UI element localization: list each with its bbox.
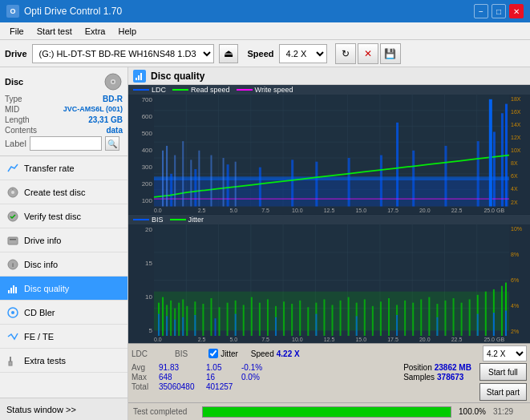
svg-rect-139 bbox=[436, 317, 438, 336]
sidebar-item-extra-tests[interactable]: Extra tests bbox=[0, 349, 127, 373]
svg-rect-126 bbox=[501, 285, 503, 336]
close-button[interactable]: ✕ bbox=[509, 4, 524, 18]
disc-label-button[interactable]: 🔍 bbox=[105, 136, 119, 151]
type-value: BD-R bbox=[103, 95, 123, 103]
length-label: Length bbox=[5, 115, 30, 124]
y-top-300: 300 bbox=[142, 164, 152, 171]
disc-quality-title: Disc quality bbox=[151, 71, 204, 82]
svg-rect-116 bbox=[420, 299, 422, 336]
bottom-chart-svg bbox=[154, 224, 509, 337]
drive-selector[interactable]: (G:) HL-DT-ST BD-RE WH16NS48 1.D3 bbox=[32, 44, 214, 63]
position-value: 23862 MB bbox=[435, 363, 471, 372]
svg-rect-13 bbox=[13, 285, 14, 293]
top-chart-legend: LDC Read speed Write speed bbox=[128, 85, 530, 95]
disc-label-input[interactable] bbox=[30, 136, 102, 151]
jitter-checkbox[interactable] bbox=[208, 349, 218, 358]
y-right-14x: 14X bbox=[511, 122, 520, 127]
mid-value: JVC-AMS6L (001) bbox=[63, 105, 123, 114]
y-top-400: 400 bbox=[142, 147, 152, 154]
minimize-button[interactable]: − bbox=[474, 4, 488, 18]
sidebar-item-fe-te[interactable]: FE / TE bbox=[0, 325, 127, 349]
speed-label: Speed bbox=[248, 49, 274, 59]
svg-rect-87 bbox=[186, 305, 188, 336]
y-top-500: 500 bbox=[142, 130, 152, 137]
progress-bar-fill bbox=[203, 407, 451, 417]
svg-rect-106 bbox=[340, 300, 342, 336]
svg-rect-50 bbox=[477, 141, 479, 206]
eject-button[interactable]: ⏏ bbox=[219, 44, 238, 63]
progress-time: 31:29 bbox=[493, 407, 525, 416]
samples-label: Samples bbox=[403, 373, 435, 382]
svg-rect-7 bbox=[8, 237, 18, 244]
transfer-rate-label: Transfer rate bbox=[24, 164, 75, 173]
svg-rect-56 bbox=[166, 146, 168, 207]
svg-rect-107 bbox=[348, 297, 350, 336]
maximize-button[interactable]: □ bbox=[492, 4, 506, 18]
svg-rect-109 bbox=[364, 299, 366, 336]
max-ldc: 648 bbox=[159, 373, 203, 382]
svg-rect-54 bbox=[154, 176, 509, 180]
app-title: Opti Drive Control 1.70 bbox=[24, 6, 122, 17]
cd-bler-label: CD Bler bbox=[24, 308, 55, 317]
sidebar-item-disc-info[interactable]: i Disc info bbox=[0, 252, 127, 277]
create-test-disc-label: Create test disc bbox=[24, 188, 85, 197]
total-bis: 401257 bbox=[206, 382, 238, 391]
svg-rect-110 bbox=[372, 305, 374, 336]
speed-combo-selector[interactable]: 4.2 X bbox=[483, 345, 527, 361]
menu-extra[interactable]: Extra bbox=[79, 25, 112, 38]
drive-info-icon bbox=[6, 234, 19, 247]
sidebar-item-cd-bler[interactable]: CD Bler bbox=[0, 301, 127, 325]
svg-rect-129 bbox=[166, 316, 168, 336]
svg-rect-120 bbox=[453, 298, 455, 336]
svg-rect-83 bbox=[170, 300, 172, 336]
right-content: Disc quality LDC Read speed bbox=[128, 67, 530, 420]
sidebar-item-create-test-disc[interactable]: + Create test disc bbox=[0, 180, 127, 204]
svg-rect-124 bbox=[485, 291, 487, 336]
jitter-col-header: Jitter bbox=[220, 349, 238, 358]
sidebar-item-transfer-rate[interactable]: Transfer rate bbox=[0, 156, 127, 180]
sidebar-item-drive-info[interactable]: Drive info bbox=[0, 228, 127, 252]
contents-value: data bbox=[106, 126, 123, 135]
svg-rect-102 bbox=[307, 307, 309, 336]
start-part-button[interactable]: Start part bbox=[479, 383, 527, 401]
status-text: Test completed bbox=[133, 407, 197, 416]
svg-rect-140 bbox=[477, 313, 479, 336]
progress-bar-container bbox=[202, 406, 451, 418]
disc-label-label: Label bbox=[5, 139, 26, 148]
svg-rect-52 bbox=[501, 113, 504, 206]
speed-selector[interactable]: 4.2 X bbox=[279, 44, 327, 63]
svg-rect-64 bbox=[489, 99, 492, 207]
ldc-legend: LDC bbox=[152, 86, 166, 94]
svg-rect-42 bbox=[259, 168, 261, 207]
svg-rect-122 bbox=[469, 299, 471, 336]
svg-rect-111 bbox=[380, 301, 382, 336]
svg-rect-128 bbox=[158, 313, 160, 336]
svg-rect-100 bbox=[291, 304, 293, 336]
svg-point-16 bbox=[11, 311, 14, 314]
menu-help[interactable]: Help bbox=[111, 25, 143, 38]
app-icon: O bbox=[6, 5, 19, 18]
refresh-button[interactable]: ↻ bbox=[335, 43, 356, 64]
menu-start-test[interactable]: Start test bbox=[30, 25, 79, 38]
start-full-button[interactable]: Start full bbox=[479, 363, 527, 381]
svg-rect-115 bbox=[412, 302, 414, 336]
svg-rect-130 bbox=[174, 319, 176, 336]
status-window-button[interactable]: Status window >> bbox=[0, 398, 127, 420]
clear-button[interactable]: ✕ bbox=[358, 43, 378, 64]
menu-file[interactable]: File bbox=[3, 25, 30, 38]
svg-rect-38 bbox=[154, 179, 509, 207]
svg-rect-99 bbox=[283, 301, 285, 336]
extra-tests-label: Extra tests bbox=[24, 356, 66, 365]
fe-te-icon bbox=[6, 330, 19, 343]
y-right-10pct: 10% bbox=[511, 226, 522, 232]
svg-rect-18 bbox=[9, 361, 12, 365]
y-right-12x: 12X bbox=[511, 135, 520, 140]
svg-rect-19 bbox=[136, 78, 137, 80]
y-right-2x: 2X bbox=[511, 200, 518, 205]
speed-stat-value: 4.22 X bbox=[277, 349, 300, 358]
sidebar-item-disc-quality[interactable]: Disc quality bbox=[0, 277, 127, 301]
sidebar-item-verify-test-disc[interactable]: Verify test disc bbox=[0, 204, 127, 228]
y-right-18x: 18X bbox=[511, 96, 520, 102]
export-button[interactable]: 💾 bbox=[380, 43, 401, 64]
menu-bar: File Start test Extra Help bbox=[0, 22, 530, 40]
